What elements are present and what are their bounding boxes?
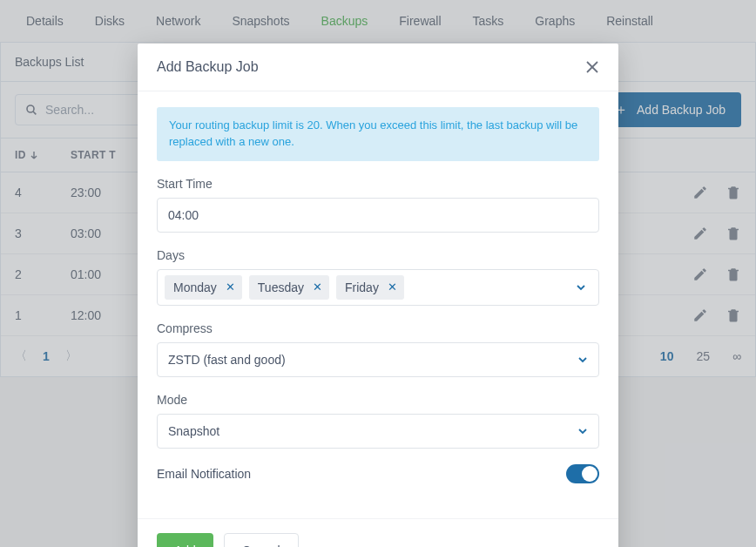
start-time-label: Start Time <box>157 177 599 191</box>
compress-select[interactable]: ZSTD (fast and good) <box>157 342 599 377</box>
remove-tag-button[interactable]: ✕ <box>226 280 235 294</box>
chevron-down-icon <box>576 282 591 293</box>
modal-close-button[interactable] <box>585 60 599 74</box>
email-notification-label: Email Notification <box>157 467 251 481</box>
close-icon <box>585 60 599 74</box>
mode-label: Mode <box>157 393 599 407</box>
day-tag-label: Tuesday <box>258 280 304 294</box>
day-tag-label: Friday <box>345 280 379 294</box>
compress-value: ZSTD (fast and good) <box>168 353 286 367</box>
modal-overlay[interactable]: Add Backup Job Your routing backup limit… <box>0 0 756 547</box>
day-tag-monday: Monday ✕ <box>165 275 242 300</box>
day-tag-label: Monday <box>173 280 217 294</box>
chevron-down-icon <box>577 355 588 365</box>
remove-tag-button[interactable]: ✕ <box>313 280 322 294</box>
start-time-input[interactable]: 04:00 <box>157 198 599 233</box>
mode-select[interactable]: Snapshot <box>157 414 599 449</box>
day-tag-friday: Friday ✕ <box>336 275 404 300</box>
compress-label: Compress <box>157 321 599 335</box>
add-button[interactable]: Add <box>157 533 213 547</box>
mode-value: Snapshot <box>168 424 219 438</box>
email-notification-toggle[interactable] <box>566 464 599 483</box>
toggle-knob <box>582 466 597 482</box>
chevron-down-icon <box>577 426 588 436</box>
add-backup-job-modal: Add Backup Job Your routing backup limit… <box>138 44 618 547</box>
day-tag-tuesday: Tuesday ✕ <box>249 275 329 300</box>
days-select[interactable]: Monday ✕ Tuesday ✕ Friday ✕ <box>157 269 599 306</box>
info-banner: Your routing backup limit is 20. When yo… <box>157 107 599 161</box>
remove-tag-button[interactable]: ✕ <box>388 280 397 294</box>
modal-title: Add Backup Job <box>157 59 259 75</box>
days-label: Days <box>157 248 599 262</box>
cancel-button[interactable]: Cancel <box>224 533 299 547</box>
